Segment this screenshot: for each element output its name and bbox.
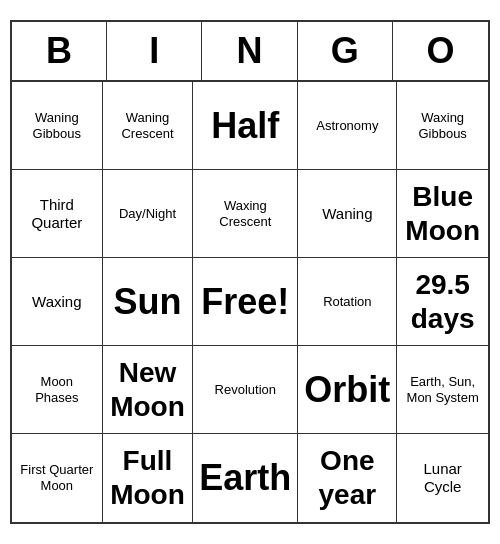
bingo-cell[interactable]: Moon Phases xyxy=(12,346,103,434)
cell-text: Revolution xyxy=(215,382,276,398)
bingo-cell[interactable]: Waxing Gibbous xyxy=(397,82,488,170)
header-letter: O xyxy=(393,22,488,80)
cell-text: Earth, Sun, Mon System xyxy=(403,374,482,405)
bingo-cell[interactable]: New Moon xyxy=(103,346,194,434)
bingo-cell[interactable]: Day/Night xyxy=(103,170,194,258)
cell-text: Rotation xyxy=(323,294,371,310)
bingo-cell[interactable]: Earth, Sun, Mon System xyxy=(397,346,488,434)
cell-text: Blue Moon xyxy=(403,180,482,247)
cell-text: One year xyxy=(304,444,390,511)
bingo-cell[interactable]: First Quarter Moon xyxy=(12,434,103,522)
header-letter: B xyxy=(12,22,107,80)
cell-text: Waning Gibbous xyxy=(18,110,96,141)
bingo-cell[interactable]: Astronomy xyxy=(298,82,397,170)
cell-text: New Moon xyxy=(109,356,187,423)
header-letter: N xyxy=(202,22,297,80)
bingo-cell[interactable]: Third Quarter xyxy=(12,170,103,258)
bingo-cell[interactable]: Revolution xyxy=(193,346,298,434)
bingo-cell[interactable]: Waning Gibbous xyxy=(12,82,103,170)
cell-text: First Quarter Moon xyxy=(18,462,96,493)
bingo-cell[interactable]: Waning xyxy=(298,170,397,258)
bingo-header: BINGO xyxy=(12,22,488,82)
cell-text: Lunar Cycle xyxy=(403,460,482,496)
header-letter: G xyxy=(298,22,393,80)
cell-text: Orbit xyxy=(304,368,390,411)
header-letter: I xyxy=(107,22,202,80)
bingo-cell[interactable]: Lunar Cycle xyxy=(397,434,488,522)
bingo-card: BINGO Waning GibbousWaning CrescentHalfA… xyxy=(10,20,490,524)
cell-text: Moon Phases xyxy=(18,374,96,405)
bingo-cell[interactable]: Free! xyxy=(193,258,298,346)
cell-text: Third Quarter xyxy=(18,196,96,232)
cell-text: Waxing Crescent xyxy=(199,198,291,229)
bingo-cell[interactable]: Half xyxy=(193,82,298,170)
cell-text: Full Moon xyxy=(109,444,187,511)
cell-text: Half xyxy=(211,104,279,147)
cell-text: Day/Night xyxy=(119,206,176,222)
bingo-cell[interactable]: Blue Moon xyxy=(397,170,488,258)
cell-text: Waxing xyxy=(32,293,81,311)
bingo-cell[interactable]: Full Moon xyxy=(103,434,194,522)
cell-text: 29.5 days xyxy=(403,268,482,335)
cell-text: Astronomy xyxy=(316,118,378,134)
bingo-cell[interactable]: One year xyxy=(298,434,397,522)
bingo-cell[interactable]: Waxing xyxy=(12,258,103,346)
cell-text: Waxing Gibbous xyxy=(403,110,482,141)
cell-text: Earth xyxy=(199,456,291,499)
bingo-grid: Waning GibbousWaning CrescentHalfAstrono… xyxy=(12,82,488,522)
bingo-cell[interactable]: Sun xyxy=(103,258,194,346)
bingo-cell[interactable]: Earth xyxy=(193,434,298,522)
bingo-cell[interactable]: Waxing Crescent xyxy=(193,170,298,258)
bingo-cell[interactable]: 29.5 days xyxy=(397,258,488,346)
bingo-cell[interactable]: Waning Crescent xyxy=(103,82,194,170)
cell-text: Waning Crescent xyxy=(109,110,187,141)
bingo-cell[interactable]: Orbit xyxy=(298,346,397,434)
bingo-cell[interactable]: Rotation xyxy=(298,258,397,346)
cell-text: Free! xyxy=(201,280,289,323)
cell-text: Sun xyxy=(113,280,181,323)
cell-text: Waning xyxy=(322,205,372,223)
